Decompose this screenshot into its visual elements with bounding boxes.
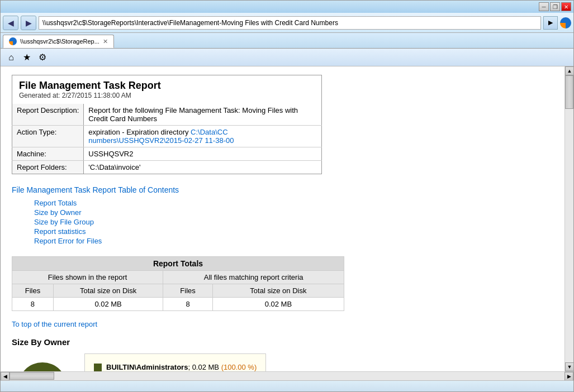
totals-size2: 0.02 MB <box>212 298 344 311</box>
chart-container: BUILTIN\Administrators; 0.02 MB (100.00 … <box>12 353 553 371</box>
home-button[interactable]: ⌂ <box>5 51 17 64</box>
back-button[interactable]: ◀ <box>3 16 18 30</box>
machine-label: Machine: <box>12 147 84 161</box>
legend-pct-text: (100.00 %) <box>219 363 257 371</box>
legend-owner: BUILTIN\Administrators; 0.02 MB (100.00 … <box>106 363 257 371</box>
legend-size-text: 0.02 MB <box>192 363 219 371</box>
totals-sub-col1: Files <box>12 284 54 298</box>
svg-point-0 <box>18 362 67 371</box>
totals-sub-col2: Total size on Disk <box>53 284 163 298</box>
folders-value: 'C:\Data\invoice' <box>84 161 322 174</box>
report-totals-table: Report Totals Files shown in the report … <box>12 256 344 311</box>
totals-table-title: Report Totals <box>12 257 344 271</box>
favorites-button[interactable]: ★ <box>21 51 33 64</box>
totals-files1: 8 <box>12 298 54 311</box>
totals-col1-header: Files shown in the report <box>12 271 163 284</box>
tab-label: \\usshqsvr2\c$\StorageRep... <box>20 38 99 45</box>
report-title: File Management Task Report <box>19 80 315 92</box>
legend-separator: ; <box>188 363 192 371</box>
scroll-track[interactable] <box>565 75 573 362</box>
report-title-cell: File Management Task Report Generated at… <box>12 75 322 104</box>
address-input[interactable] <box>39 16 541 30</box>
totals-col2-header: All files matching report criteria <box>163 271 344 284</box>
hscroll-track[interactable] <box>10 372 564 380</box>
minimize-button[interactable]: ─ <box>539 2 549 11</box>
action-label: Action Type: <box>12 126 84 147</box>
tab-bar: \\usshqsvr2\c$\StorageRep... ✕ <box>1 33 573 49</box>
window-controls: ─ ❐ ✕ <box>539 2 571 11</box>
go-button[interactable]: ▶ <box>543 16 558 30</box>
scroll-down-button[interactable]: ▼ <box>565 362 573 371</box>
scroll-up-button[interactable]: ▲ <box>565 66 573 75</box>
toolbar: ⌂ ★ ⚙ <box>1 49 573 66</box>
horizontal-scrollbar: ◀ ▶ <box>1 371 573 380</box>
totals-files2: 8 <box>163 298 212 311</box>
folders-label: Report Folders: <box>12 161 84 174</box>
toc-link-size-by-file-group[interactable]: Size by File Group <box>34 218 553 226</box>
tab-storage-rep[interactable]: \\usshqsvr2\c$\StorageRep... ✕ <box>3 35 114 48</box>
toc-title-link[interactable]: File Management Task Report Table of Con… <box>12 185 553 194</box>
size-by-owner-title: Size By Owner <box>12 337 553 347</box>
toc-link-report-statistics[interactable]: Report statistics <box>34 227 553 236</box>
description-label: Report Description: <box>12 104 84 126</box>
totals-size1: 0.02 MB <box>53 298 163 311</box>
toc-link-report-error[interactable]: Report Error for Files <box>34 237 553 245</box>
report-generated: Generated at: 2/27/2015 11:38:00 AM <box>19 92 315 99</box>
tab-icon <box>9 37 17 45</box>
pie-chart <box>12 356 73 371</box>
hscroll-thumb[interactable] <box>10 372 54 380</box>
close-button[interactable]: ✕ <box>561 2 571 11</box>
action-value: expiration - Expiration directory C:\Dat… <box>84 126 322 147</box>
status-bar <box>1 380 573 391</box>
totals-sub-col4: Total size on Disk <box>212 284 344 298</box>
legend-item: BUILTIN\Administrators; 0.02 MB (100.00 … <box>94 363 257 371</box>
legend-color-swatch <box>94 364 102 371</box>
vertical-scrollbar: ▲ ▼ <box>564 66 573 371</box>
legend-owner-text: BUILTIN\Administrators <box>106 363 188 371</box>
to-top-link[interactable]: To top of the current report <box>12 320 97 328</box>
page-content: File Management Task Report Generated at… <box>1 66 564 371</box>
report-header-table: File Management Task Report Generated at… <box>12 75 322 174</box>
tools-button[interactable]: ⚙ <box>36 51 49 64</box>
restore-button[interactable]: ❐ <box>550 2 560 11</box>
hscroll-left-button[interactable]: ◀ <box>1 372 10 381</box>
title-bar: ─ ❐ ✕ <box>1 1 573 13</box>
hscroll-right-button[interactable]: ▶ <box>564 372 573 381</box>
machine-value: USSHQSVR2 <box>84 147 322 161</box>
address-bar: ◀ ▶ ▶ <box>1 13 573 33</box>
ie-icon <box>560 17 571 28</box>
size-by-owner-section: Size By Owner BUILTIN\Ad <box>12 337 553 371</box>
tab-close-button[interactable]: ✕ <box>103 38 108 45</box>
action-text: expiration - Expiration directory <box>88 128 191 136</box>
totals-sub-col3: Files <box>163 284 212 298</box>
scroll-thumb[interactable] <box>565 75 573 109</box>
description-value: Report for the following File Management… <box>84 104 322 126</box>
content-area: File Management Task Report Generated at… <box>1 66 573 371</box>
toc-section: File Management Task Report Table of Con… <box>12 185 553 245</box>
forward-button[interactable]: ▶ <box>21 16 36 30</box>
toc-links: Report Totals Size by Owner Size by File… <box>12 199 553 245</box>
toc-link-report-totals[interactable]: Report Totals <box>34 199 553 207</box>
legend-box: BUILTIN\Administrators; 0.02 MB (100.00 … <box>84 353 266 371</box>
toc-link-size-by-owner[interactable]: Size by Owner <box>34 208 553 217</box>
